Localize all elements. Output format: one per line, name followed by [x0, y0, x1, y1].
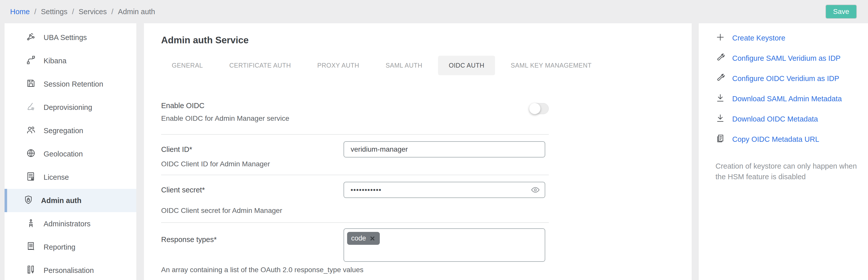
- sidebar-item-label: Admin auth: [41, 197, 82, 205]
- sidebar-item-administrators[interactable]: Administrators: [5, 212, 136, 236]
- download-icon: [715, 113, 725, 125]
- breadcrumb-admin-auth: Admin auth: [118, 8, 155, 16]
- client-secret-input[interactable]: [344, 182, 545, 198]
- client-secret-label: Client secret*: [161, 186, 344, 194]
- download-oidc-metadata-link[interactable]: Download OIDC Metadata: [715, 113, 858, 125]
- save-button[interactable]: Save: [826, 5, 857, 19]
- sidebar-item-deprovisioning[interactable]: Deprovisioning: [5, 96, 136, 119]
- broom-icon: [26, 102, 36, 113]
- link-label: Copy OIDC Metadata URL: [732, 135, 819, 144]
- breadcrumb-separator: /: [72, 8, 74, 16]
- globe-icon: [26, 148, 36, 160]
- chip-label: code: [351, 235, 366, 242]
- sidebar-item-session-retention[interactable]: Session Retention: [5, 72, 136, 96]
- sidebar-item-reporting[interactable]: Reporting: [5, 236, 136, 259]
- network-nodes-icon: [26, 32, 36, 43]
- sidebar-item-label: Personalisation: [43, 266, 94, 275]
- oidc-auth-form: Enable OIDC Enable OIDC for Admin Manage…: [161, 75, 549, 280]
- link-label: Download SAML Admin Metadata: [732, 95, 842, 103]
- client-id-row: Client ID* OIDC Client ID for Admin Mana…: [161, 135, 549, 175]
- link-label: Create Keystore: [732, 34, 785, 42]
- tab-certificate-auth[interactable]: CERTIFICATE AUTH: [219, 56, 302, 75]
- enable-oidc-label: Enable OIDC: [161, 102, 530, 110]
- keystore-hsm-note: Creation of keystore can only happen whe…: [715, 161, 862, 182]
- sidebar-item-personalisation[interactable]: Personalisation: [5, 259, 136, 280]
- sidebar-item-label: Deprovisioning: [43, 103, 92, 112]
- sidebar-item-label: Kibana: [43, 57, 66, 65]
- tab-bar: GENERAL CERTIFICATE AUTH PROXY AUTH SAML…: [161, 56, 692, 75]
- sidebar-item-geolocation[interactable]: Geolocation: [5, 142, 136, 166]
- enable-oidc-description: Enable OIDC for Admin Manager service: [161, 114, 530, 123]
- sidebar-item-label: Segregation: [43, 127, 83, 135]
- download-saml-metadata-link[interactable]: Download SAML Admin Metadata: [715, 93, 858, 105]
- tab-proxy-auth[interactable]: PROXY AUTH: [307, 56, 370, 75]
- response-types-row: Response types* code An array containing…: [161, 223, 549, 280]
- wrench-icon: [715, 73, 725, 84]
- configure-oidc-idp-link[interactable]: Configure OIDC Veridium as IDP: [715, 73, 858, 84]
- tab-general[interactable]: GENERAL: [161, 56, 214, 75]
- sidebar-item-label: UBA Settings: [43, 33, 87, 42]
- admin-auth-service-panel: Admin auth Service GENERAL CERTIFICATE A…: [144, 23, 692, 280]
- breadcrumb-services[interactable]: Services: [79, 8, 107, 16]
- show-password-eye-icon[interactable]: [530, 185, 540, 195]
- download-icon: [715, 93, 725, 105]
- copy-oidc-metadata-url-link[interactable]: Copy OIDC Metadata URL: [715, 134, 858, 145]
- configure-saml-idp-link[interactable]: Configure SAML Veridium as IDP: [715, 53, 858, 64]
- users-icon: [26, 125, 36, 137]
- breadcrumb-separator: /: [111, 8, 113, 16]
- certificate-document-icon: [26, 171, 36, 183]
- client-id-description: OIDC Client ID for Admin Manager: [161, 160, 549, 168]
- actions-panel: Create Keystore Configure SAML Veridium …: [699, 23, 868, 280]
- client-secret-row: Client secret* OIDC Client secret for Ad…: [161, 175, 549, 223]
- tab-saml-auth[interactable]: SAML AUTH: [375, 56, 433, 75]
- route-icon: [26, 55, 36, 67]
- sidebar-item-segregation[interactable]: Segregation: [5, 119, 136, 142]
- sidebar-item-label: Session Retention: [43, 80, 103, 89]
- response-type-chip: code: [347, 232, 380, 245]
- sidebar-item-license[interactable]: License: [5, 166, 136, 189]
- toggle-knob: [529, 103, 540, 114]
- ruler-pencil-icon: [26, 265, 36, 276]
- client-id-input[interactable]: [344, 141, 545, 158]
- tab-saml-key-management[interactable]: SAML KEY MANAGEMENT: [500, 56, 602, 75]
- sidebar-item-label: Administrators: [43, 220, 90, 228]
- breadcrumb-separator: /: [34, 8, 36, 16]
- sidebar-item-admin-auth[interactable]: Admin auth: [5, 189, 136, 212]
- settings-sidebar: UBA Settings Kibana Session Retention De…: [5, 23, 136, 280]
- breadcrumb: Home / Settings / Services / Admin auth: [10, 8, 155, 16]
- copy-document-icon: [715, 134, 725, 145]
- floppy-disk-icon: [26, 78, 36, 90]
- plus-icon: [715, 32, 725, 44]
- wrench-icon: [715, 53, 725, 64]
- response-types-description: An array containing a list of the OAuth …: [161, 266, 549, 274]
- chip-remove-icon[interactable]: [369, 235, 376, 242]
- sidebar-item-label: Geolocation: [43, 150, 83, 158]
- breadcrumb-home[interactable]: Home: [10, 8, 30, 16]
- page-title: Admin auth Service: [161, 35, 692, 45]
- response-types-input[interactable]: code: [344, 229, 545, 262]
- client-secret-description: OIDC Client secret for Admin Manager: [161, 207, 549, 215]
- tab-oidc-auth[interactable]: OIDC AUTH: [438, 56, 495, 75]
- create-keystore-link[interactable]: Create Keystore: [715, 32, 858, 44]
- link-label: Configure OIDC Veridium as IDP: [732, 74, 839, 83]
- administrator-person-icon: [26, 218, 36, 230]
- sidebar-item-label: Reporting: [43, 243, 75, 251]
- link-label: Download OIDC Metadata: [732, 115, 818, 123]
- report-document-icon: [26, 241, 36, 253]
- sidebar-item-label: License: [43, 173, 69, 181]
- response-types-label: Response types*: [161, 229, 344, 244]
- link-label: Configure SAML Veridium as IDP: [732, 54, 841, 63]
- client-id-label: Client ID*: [161, 145, 344, 154]
- shield-lock-icon: [23, 195, 33, 207]
- enable-oidc-row: Enable OIDC Enable OIDC for Admin Manage…: [161, 75, 549, 135]
- top-bar: Home / Settings / Services / Admin auth …: [0, 0, 868, 23]
- sidebar-item-uba-settings[interactable]: UBA Settings: [5, 26, 136, 49]
- sidebar-item-kibana[interactable]: Kibana: [5, 49, 136, 72]
- breadcrumb-settings[interactable]: Settings: [41, 8, 67, 16]
- enable-oidc-toggle[interactable]: [530, 103, 549, 114]
